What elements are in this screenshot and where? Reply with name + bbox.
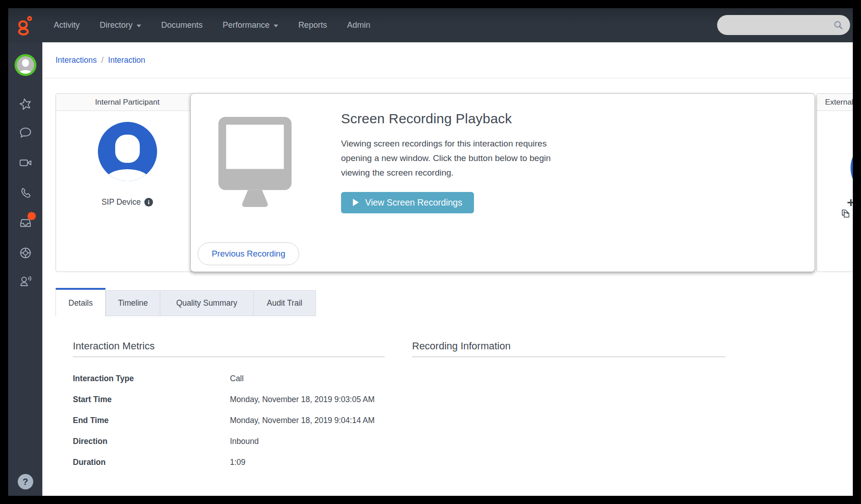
video-camera-icon <box>19 156 32 170</box>
tab-quality-summary[interactable]: Quality Summary <box>160 290 254 316</box>
tab-details[interactable]: Details <box>56 288 106 316</box>
nav-label: Activity <box>54 20 80 30</box>
interaction-metrics-section: Interaction Metrics Interaction Type Cal… <box>73 340 385 476</box>
breadcrumb: Interactions / Interaction <box>42 42 853 78</box>
internal-participant-header: Internal Participant <box>56 94 199 111</box>
search-input[interactable] <box>725 15 830 35</box>
sidebar-item-inbox[interactable] <box>19 216 32 229</box>
recording-information-section: Recording Information <box>412 340 725 476</box>
nav-label: Reports <box>298 20 327 30</box>
main-content: Interactions / Interaction Internal Part… <box>42 42 853 496</box>
agent-speaking-icon <box>19 274 32 288</box>
genesys-logo-icon <box>17 15 34 36</box>
external-participant-card: External Participant + <box>816 93 853 272</box>
metric-label: Interaction Type <box>73 372 230 386</box>
participants-row: Internal Participant SIP Device i <box>42 93 853 273</box>
nav-label: Directory <box>100 20 132 30</box>
nav-label: Admin <box>347 20 370 30</box>
modal-text-block: Screen Recording Playback Viewing screen… <box>341 111 578 213</box>
metric-label: End Time <box>73 413 230 428</box>
breadcrumb-interactions-link[interactable]: Interactions <box>56 55 97 65</box>
modal-title: Screen Recording Playback <box>341 111 578 126</box>
metric-label: Direction <box>73 434 230 449</box>
detail-tabs: Details Timeline Quality Summary Audit T… <box>56 288 316 316</box>
tab-label: Quality Summary <box>176 298 237 308</box>
tab-audit-trail[interactable]: Audit Trail <box>254 290 316 316</box>
metric-row: Start Time Monday, November 18, 2019 9:0… <box>73 393 385 407</box>
info-icon[interactable]: i <box>144 198 153 207</box>
view-screen-recordings-button[interactable]: View Screen Recordings <box>341 192 474 213</box>
sidebar-item-favorites[interactable] <box>19 97 32 111</box>
play-icon <box>353 199 359 206</box>
user-presence-avatar[interactable] <box>15 54 36 76</box>
help-button[interactable]: ? <box>18 474 33 489</box>
external-participant-title: External Participant <box>825 98 853 107</box>
nav-label: Documents <box>161 20 203 30</box>
chevron-down-icon <box>274 25 278 27</box>
top-navbar: Activity Directory Documents Performance… <box>8 8 853 42</box>
details-panel: Interaction Metrics Interaction Type Cal… <box>73 340 725 476</box>
device-name: SIP Device <box>102 197 141 207</box>
metric-value: Monday, November 18, 2019 9:04:14 AM <box>230 413 385 428</box>
screenshot-stage: Activity Directory Documents Performance… <box>0 0 861 504</box>
metric-value: Inbound <box>230 434 385 449</box>
copy-icon[interactable] <box>840 208 852 221</box>
tab-label: Timeline <box>118 298 148 308</box>
metric-row: Direction Inbound <box>73 434 385 449</box>
sidebar-item-agent[interactable] <box>19 274 32 288</box>
nav-links: Activity Directory Documents Performance… <box>44 8 380 42</box>
modal-description: Viewing screen recordings for this inter… <box>341 136 571 180</box>
previous-recording-button[interactable]: Previous Recording <box>198 242 299 265</box>
help-icon: ? <box>22 477 28 487</box>
tab-timeline[interactable]: Timeline <box>106 290 160 316</box>
external-participant-header: External Participant <box>817 94 853 111</box>
sidebar-item-chat[interactable] <box>19 126 32 140</box>
life-ring-icon <box>19 246 32 260</box>
nav-item-performance[interactable]: Performance <box>213 8 288 42</box>
metric-value: Monday, November 18, 2019 9:03:05 AM <box>230 393 385 407</box>
metric-value: 1:09 <box>230 455 385 469</box>
sidebar-item-video[interactable] <box>19 156 32 170</box>
breadcrumb-separator: / <box>101 55 103 65</box>
global-search[interactable] <box>717 15 850 35</box>
internal-participant-body: SIP Device i <box>56 111 199 207</box>
device-label: SIP Device i <box>102 197 153 207</box>
metric-row: Duration 1:09 <box>73 455 385 469</box>
view-screen-recordings-label: View Screen Recordings <box>365 197 462 208</box>
participant-avatar <box>851 138 853 197</box>
monitor-icon <box>213 116 297 208</box>
phone-icon <box>19 186 32 200</box>
tab-label: Audit Trail <box>267 298 302 308</box>
sidebar-item-support[interactable] <box>19 246 32 260</box>
chat-bubble-icon <box>19 126 32 140</box>
nav-item-activity[interactable]: Activity <box>44 8 90 42</box>
metric-row: Interaction Type Call <box>73 372 385 386</box>
metrics-rows: Interaction Type Call Start Time Monday,… <box>73 372 385 469</box>
breadcrumb-interaction-link[interactable]: Interaction <box>108 55 145 65</box>
metric-value: Call <box>230 372 385 386</box>
screen-recording-modal: Screen Recording Playback Viewing screen… <box>190 93 815 272</box>
interaction-metrics-title: Interaction Metrics <box>73 340 385 357</box>
nav-item-reports[interactable]: Reports <box>288 8 337 42</box>
recording-information-title: Recording Information <box>412 340 725 357</box>
metric-label: Start Time <box>73 393 230 407</box>
plus-glyph: + <box>847 195 853 210</box>
left-sidebar: ? <box>8 42 42 496</box>
metric-label: Duration <box>73 455 230 469</box>
star-icon <box>17 96 34 112</box>
avatar <box>17 56 34 74</box>
search-icon <box>833 20 844 30</box>
chevron-down-icon <box>137 25 141 27</box>
tab-label: Details <box>68 298 93 308</box>
participant-avatar <box>98 122 157 181</box>
sidebar-item-phone[interactable] <box>19 186 32 200</box>
internal-participant-card: Internal Participant SIP Device i <box>56 93 199 272</box>
nav-label: Performance <box>223 20 270 30</box>
nav-item-directory[interactable]: Directory <box>90 8 151 42</box>
app-window: Activity Directory Documents Performance… <box>8 8 853 496</box>
nav-item-admin[interactable]: Admin <box>337 8 380 42</box>
genesys-logo[interactable] <box>8 8 42 42</box>
nav-item-documents[interactable]: Documents <box>151 8 213 42</box>
metric-row: End Time Monday, November 18, 2019 9:04:… <box>73 413 385 428</box>
internal-participant-title: Internal Participant <box>95 98 160 107</box>
